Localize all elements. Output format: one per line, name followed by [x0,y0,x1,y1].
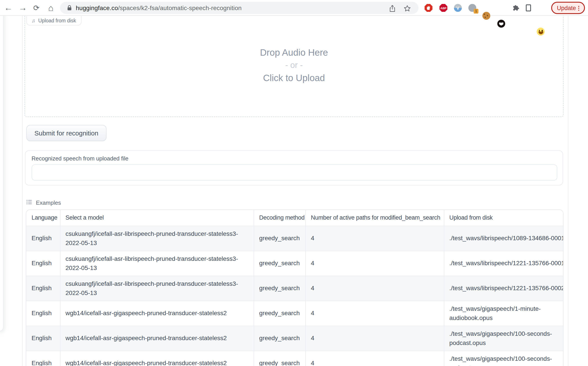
forward-icon: → [19,3,27,13]
window-extension-icon[interactable] [524,4,532,12]
example-row[interactable]: English csukuangfj/icefall-asr-librispee… [26,251,564,276]
home-button[interactable]: ⌂ [45,2,57,14]
cell-upload-path[interactable]: ./test_wavs/librispeech/1089-134686-0001… [444,226,564,251]
extensions-puzzle-icon[interactable] [512,4,520,12]
cell-upload-path[interactable]: ./test_wavs/librispeech/1221-135766-0002… [444,276,564,301]
cell-decoding[interactable]: greedy_search [254,351,305,366]
music-note-icon: ♫ [31,18,35,23]
star-icon[interactable] [402,3,412,13]
cell-paths[interactable]: 4 [305,276,444,301]
cookie-dot [484,14,485,15]
recognized-speech-textbox[interactable] [31,164,557,181]
examples-label: Examples [36,199,61,206]
example-row[interactable]: English wgb14/icefall-asr-gigaspeech-pru… [26,326,564,351]
forward-button[interactable]: → [17,2,29,14]
reload-button[interactable]: ⟳ [31,2,42,14]
cell-model[interactable]: csukuangfj/icefall-asr-librispeech-prune… [60,251,254,276]
update-label: Update [557,5,576,11]
share-icon[interactable] [387,3,397,13]
page-content: ♫ Upload from disk Drop Audio Here - or … [0,16,588,366]
extensions-row: ABP V 1 [0,0,8,16]
dataset-list-icon [26,198,32,206]
cell-upload-path[interactable]: ./test_wavs/gigaspeech/100-seconds-podca… [444,326,564,351]
cell-paths[interactable]: 4 [305,226,444,251]
smiley-extension-icon[interactable] [537,28,545,36]
cookie-extension-icon[interactable] [482,12,490,20]
cell-model[interactable]: csukuangfj/icefall-asr-librispeech-prune… [60,276,254,301]
session-extension-icon[interactable]: 1 [468,4,476,12]
click-to-upload-text[interactable]: Click to Upload [25,71,563,84]
example-row[interactable]: English wgb14/icefall-asr-gigaspeech-pru… [26,301,564,326]
abp-text: ABP [440,6,446,9]
cell-language[interactable]: English [26,351,60,366]
rectangle-icon [526,4,531,11]
app-container-border-left [22,16,23,366]
github-extension-icon[interactable] [497,20,505,28]
upload-tab-label: Upload from disk [38,18,76,23]
kebab-menu-icon[interactable]: ⋮ [576,5,582,11]
cell-upload-path[interactable]: ./test_wavs/gigaspeech/1-minute-audioboo… [444,301,564,326]
col-header-upload-from-disk: Upload from disk [444,210,564,226]
cell-model[interactable]: csukuangfj/icefall-asr-librispeech-prune… [60,226,254,251]
cell-paths[interactable]: 4 [305,301,444,326]
col-header-language: Language [26,210,60,226]
address-bar[interactable]: huggingface.co/spaces/k2-fsa/automatic-s… [60,2,418,14]
vimium-extension-icon[interactable]: V [454,4,462,12]
home-icon: ⌂ [48,3,53,13]
lock-icon[interactable] [67,5,72,13]
cell-decoding[interactable]: greedy_search [254,226,305,251]
cell-upload-path[interactable]: ./test_wavs/gigaspeech/100-seconds-podca… [444,351,564,366]
extension-badge: 1 [474,9,478,14]
example-row[interactable]: English wgb14/icefall-asr-gigaspeech-pru… [26,351,564,366]
octocat-icon [499,22,504,25]
cell-paths[interactable]: 4 [305,251,444,276]
url-domain: huggingface.co [76,4,118,11]
cell-decoding[interactable]: greedy_search [254,301,305,326]
url-path: /spaces/k2-fsa/automatic-speech-recognit… [118,4,242,11]
cell-decoding[interactable]: greedy_search [254,251,305,276]
examples-header: Examples [26,198,61,206]
examples-table: Language Select a model Decoding method … [26,210,564,366]
cell-language[interactable]: English [26,226,60,251]
recognized-speech-output-card: Recognized speech from uploaded file [25,150,563,185]
cell-language[interactable]: English [26,251,60,276]
cookie-dot [487,15,488,16]
cell-model[interactable]: wgb14/icefall-asr-gigaspeech-pruned-tran… [60,326,254,351]
reload-icon: ⟳ [33,3,40,13]
smiley-eye [539,30,540,31]
url-text: huggingface.co/spaces/k2-fsa/automatic-s… [76,2,242,14]
example-row[interactable]: English csukuangfj/icefall-asr-librispee… [26,276,564,301]
audio-dropzone[interactable]: ♫ Upload from disk Drop Audio Here - or … [24,16,564,117]
vimium-letter: V [456,6,459,10]
smiley-eye [542,30,543,31]
submit-button-label: Submit for recognition [34,129,98,137]
adblock-plus-extension-icon[interactable]: ABP [439,4,447,12]
or-text: - or - [25,59,563,71]
app-container-border-right [568,16,568,366]
dropzone-text: Drop Audio Here - or - Click to Upload [25,46,563,84]
submit-for-recognition-button[interactable]: Submit for recognition [26,125,106,141]
cell-paths[interactable]: 4 [305,351,444,366]
content-blocker-extension-icon[interactable] [425,4,432,12]
hand-icon [427,6,430,10]
browser-toolbar: ← → ⟳ ⌂ huggingface.co/spaces/k2-fsa/aut… [0,0,588,16]
cell-model[interactable]: wgb14/icefall-asr-gigaspeech-pruned-tran… [60,351,254,366]
browser-window: ← → ⟳ ⌂ huggingface.co/spaces/k2-fsa/aut… [0,0,588,366]
example-row[interactable]: English csukuangfj/icefall-asr-librispee… [26,226,564,251]
col-header-decoding-method: Decoding method [254,210,305,226]
cell-model[interactable]: wgb14/icefall-asr-gigaspeech-pruned-tran… [60,301,254,326]
left-panel-edge [0,16,3,331]
cookie-dot [485,17,486,18]
output-label: Recognized speech from uploaded file [31,155,128,162]
smiley-mouth [538,31,543,34]
cell-upload-path[interactable]: ./test_wavs/librispeech/1221-135766-0001… [444,251,564,276]
cell-language[interactable]: English [26,276,60,301]
cell-decoding[interactable]: greedy_search [254,276,305,301]
col-header-model: Select a model [60,210,254,226]
chrome-update-button[interactable]: Update ⋮ [551,2,585,14]
cell-language[interactable]: English [26,301,60,326]
cell-decoding[interactable]: greedy_search [254,326,305,351]
cell-paths[interactable]: 4 [305,326,444,351]
tab-upload-from-disk[interactable]: ♫ Upload from disk [26,16,81,25]
cell-language[interactable]: English [26,326,60,351]
